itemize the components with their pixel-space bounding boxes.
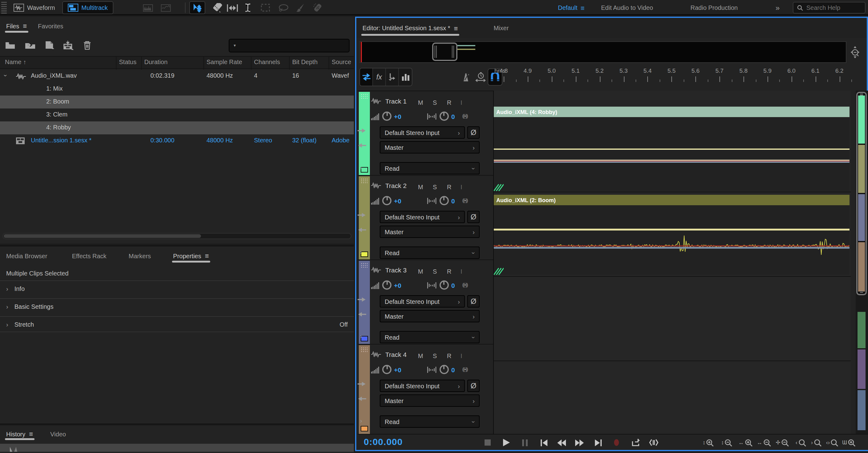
tab-files[interactable]: Files ≡ [6,17,27,35]
files-search-box[interactable]: ▾ [229,39,349,53]
clip-header[interactable]: Audio_iXML (4: Robby) [494,107,849,117]
track-grip-icon[interactable] [361,347,368,353]
record-arm-button[interactable]: R [447,184,451,190]
phase-button[interactable]: Ø [467,211,479,223]
solo-button[interactable]: S [433,268,437,275]
workspace-tab-default[interactable]: Default ≡ [558,0,584,15]
handle-grip-left[interactable] [435,45,438,58]
automation-mode-select[interactable]: Read› [380,415,479,428]
clip-audio-ixml-boom[interactable]: Audio_iXML (2: Boom) [494,195,849,275]
expander-chevron-down-icon[interactable]: › [5,72,7,79]
col-source[interactable]: Source [332,59,351,65]
rewind-button[interactable] [555,437,568,448]
volume-knob[interactable] [382,281,392,290]
waveform-view-button[interactable]: Waveform [9,1,60,14]
pan-value[interactable]: 0 [451,366,455,373]
col-status[interactable]: Status [119,59,136,65]
col-name[interactable]: Name ↑ [5,59,26,65]
record-arm-button[interactable]: R [447,99,451,106]
trash-icon[interactable] [83,40,91,50]
zoom-to-selection-button[interactable]: ‹› [824,437,840,448]
timeline-area[interactable]: Audio_iXML (4: Robby) Audio_iXML (2: Boo… [493,91,851,434]
new-file-icon[interactable] [44,41,54,49]
track-grip-icon[interactable] [361,263,368,269]
file-child-row-boom[interactable]: 2: Boom [0,96,354,108]
expander-chevron-right-icon[interactable]: › [6,321,8,328]
automation-mode-select[interactable]: Read› [380,247,479,259]
stop-button[interactable] [481,437,494,448]
section-basic-settings[interactable]: › Basic Settings [0,298,354,314]
phase-button[interactable]: Ø [467,126,479,139]
track-expander-icon[interactable]: › [360,417,362,424]
history-row-partial[interactable] [0,444,354,452]
fx-button[interactable]: fx [373,68,386,86]
record-button[interactable] [610,437,623,448]
input-monitoring-icon[interactable]: ((•)) [462,367,468,372]
volume-envelope[interactable] [494,229,849,230]
tab-properties[interactable]: Properties ≡ [173,247,209,265]
workspace-tab-edit-audio-to-video[interactable]: Edit Audio to Video [601,0,653,15]
mute-button[interactable]: M [418,353,423,359]
sends-button[interactable] [386,68,399,86]
track-input-select[interactable]: Default Stereo Input› [380,295,465,308]
zoom-out-horizontal-button[interactable]: ↔ [756,437,772,448]
loop-playback-button[interactable] [629,437,642,448]
meters-button[interactable] [399,68,412,86]
volume-knob[interactable] [382,111,392,121]
tab-editor-session[interactable]: Editor: Untitled Session 1.sesx * ≡ [363,18,458,38]
volume-envelope[interactable] [494,149,849,150]
pan-knob[interactable] [439,281,449,290]
move-tool-button[interactable] [189,1,205,14]
navigator-handle[interactable] [432,42,458,61]
track-expander-icon[interactable]: › [360,164,362,171]
track-input-select[interactable]: Default Stereo Input› [380,380,465,392]
record-arm-button[interactable]: R [447,268,451,275]
zoom-full-button[interactable]: Ɯ [841,437,857,448]
track-grip-icon[interactable] [361,94,368,100]
tab-markers[interactable]: Markers [128,247,151,265]
track-vertical-scrollbar[interactable] [856,91,868,434]
open-file-icon[interactable] [5,41,16,49]
clip-header[interactable]: Audio_iXML (2: Boom) [494,195,849,205]
track-output-select[interactable]: Master› [380,310,479,322]
volume-knob[interactable] [382,196,392,205]
toolbar-grip-icon[interactable] [1,2,7,13]
workspace-menu-icon[interactable]: ≡ [581,4,584,11]
track-output-select[interactable]: Master› [380,141,479,154]
scrollbar-thumb[interactable] [856,92,867,295]
patch-io-button[interactable] [360,68,373,86]
fast-forward-button[interactable] [573,437,586,448]
handle-grip-right[interactable] [452,45,455,58]
zoom-navigator[interactable] [360,41,846,63]
razor-tool-button[interactable] [209,1,225,14]
col-channels[interactable]: Channels [254,59,280,65]
overview-zoom-icon[interactable] [849,45,861,60]
tab-history[interactable]: History ≡ [6,425,33,443]
pan-value[interactable]: 0 [451,281,455,289]
phase-button[interactable]: Ø [467,295,479,308]
track-expander-icon[interactable]: › [360,333,362,339]
file-row-session[interactable]: Untitle...ssion 1.sesx * 0:30.000 48000 … [0,134,354,147]
metronome-button[interactable] [458,68,473,86]
zoom-reset-button[interactable]: ✢ [774,437,790,448]
automation-mode-select[interactable]: Read› [380,162,479,174]
pan-knob[interactable] [439,111,449,121]
clip-body[interactable] [494,205,849,275]
zoom-in-at-in-point-button[interactable]: ‹ [793,437,809,448]
automation-mode-select[interactable]: Read› [380,331,479,343]
expander-chevron-right-icon[interactable]: › [6,303,8,310]
track-color-swatch[interactable] [361,426,368,431]
track-input-select[interactable]: Default Stereo Input› [380,126,465,139]
tab-video[interactable]: Video [50,425,66,443]
volume-knob[interactable] [382,365,392,374]
input-monitor-button[interactable]: I [461,184,462,190]
pan-value[interactable]: 0 [451,112,455,120]
files-search-input[interactable] [237,41,346,50]
timeline-ruler[interactable]: hms 4.84.95.05.15.25.35.45.55.65.75.85.9… [493,66,853,91]
input-monitor-button[interactable]: I [461,99,462,106]
file-child-row-mix[interactable]: 1: Mix [0,83,354,96]
slip-tool-button[interactable] [224,1,241,14]
col-sample-rate[interactable]: Sample Rate [207,59,242,65]
solo-button[interactable]: S [433,353,437,359]
volume-value[interactable]: +0 [394,281,401,289]
